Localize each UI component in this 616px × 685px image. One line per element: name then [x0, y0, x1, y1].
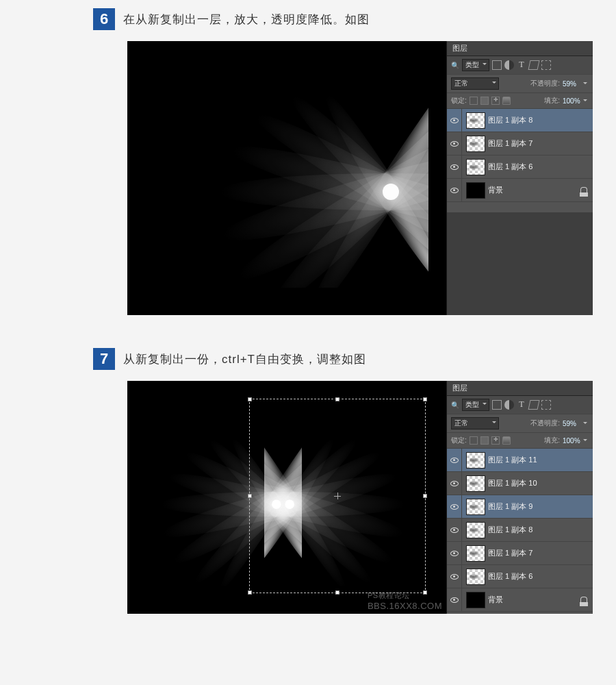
chevron-down-icon[interactable] — [583, 436, 589, 445]
filter-smart-icon[interactable] — [541, 60, 551, 70]
layer-thumbnail[interactable] — [466, 452, 485, 469]
layer-row[interactable]: 背景 — [447, 179, 593, 202]
layer-thumbnail[interactable] — [466, 569, 485, 585]
visibility-toggle[interactable] — [447, 179, 462, 201]
layer-thumbnail[interactable] — [466, 182, 485, 199]
layer-row[interactable]: 图层 1 副本 7 — [447, 542, 593, 565]
layer-row[interactable]: 图层 1 副本 7 — [447, 132, 593, 155]
layer-row[interactable]: 图层 1 副本 10 — [447, 472, 593, 495]
lock-all-icon[interactable] — [502, 97, 511, 105]
blend-opacity-row: 正常 不透明度: 59% — [447, 414, 593, 433]
lock-fill-row: 锁定: ✛ 填充: 100% — [447, 93, 593, 109]
lock-pixels-icon[interactable] — [480, 436, 489, 445]
layer-name-label[interactable]: 图层 1 副本 9 — [488, 501, 532, 512]
layer-name-label[interactable]: 图层 1 副本 6 — [488, 571, 532, 582]
layer-name-label[interactable]: 背景 — [488, 595, 503, 605]
visibility-toggle[interactable] — [447, 109, 462, 132]
layer-name-label[interactable]: 图层 1 副本 6 — [488, 162, 532, 172]
opacity-label: 不透明度: — [530, 419, 560, 428]
filter-type-select[interactable]: 类型 — [462, 59, 489, 71]
visibility-toggle[interactable] — [447, 132, 462, 155]
layers-panel: 图层 🔍 类型 T 正常 不透明度: 59% 锁定: ✛ — [446, 41, 593, 315]
visibility-toggle[interactable] — [447, 519, 462, 541]
canvas-area[interactable]: PS教程论坛 BBS.16XX8.COM — [127, 381, 446, 614]
lock-pixels-icon[interactable] — [480, 97, 489, 105]
layers-panel-tab[interactable]: 图层 — [447, 381, 593, 396]
filter-type-select[interactable]: 类型 — [462, 399, 489, 411]
blend-mode-select[interactable]: 正常 — [451, 77, 499, 90]
step-instruction-text: 在从新复制出一层，放大，透明度降低。如图 — [123, 12, 370, 27]
layer-thumbnail[interactable] — [466, 522, 485, 538]
step-header: 6 在从新复制出一层，放大，透明度降低。如图 — [0, 4, 616, 36]
layer-thumbnail[interactable] — [466, 475, 485, 492]
layer-name-label[interactable]: 图层 1 副本 8 — [488, 525, 532, 535]
layer-thumbnail[interactable] — [466, 136, 485, 152]
visibility-toggle[interactable] — [447, 542, 462, 564]
search-icon[interactable]: 🔍 — [451, 401, 459, 409]
search-icon[interactable]: 🔍 — [451, 62, 459, 69]
layer-thumbnail[interactable] — [466, 159, 485, 175]
chevron-down-icon[interactable] — [583, 419, 589, 427]
filter-smart-icon[interactable] — [541, 400, 551, 410]
filter-pixel-icon[interactable] — [492, 400, 502, 410]
eye-icon — [450, 188, 459, 193]
layer-name-label[interactable]: 背景 — [488, 185, 503, 195]
visibility-toggle[interactable] — [447, 472, 462, 495]
svg-point-29 — [285, 499, 294, 509]
filter-shape-icon[interactable] — [528, 400, 540, 410]
filter-adjust-icon[interactable] — [504, 60, 514, 70]
chevron-down-icon[interactable] — [583, 97, 589, 105]
eye-icon — [450, 551, 459, 556]
visibility-toggle[interactable] — [447, 495, 462, 518]
layers-panel-tab[interactable]: 图层 — [447, 41, 593, 56]
layer-row[interactable]: 背景 — [447, 588, 593, 612]
layer-name-label[interactable]: 图层 1 副本 10 — [488, 478, 537, 488]
layer-row[interactable]: 图层 1 副本 8 — [447, 109, 593, 132]
transform-handle[interactable] — [248, 590, 252, 595]
layer-thumbnail[interactable] — [466, 545, 485, 562]
fill-value[interactable]: 100% — [563, 437, 580, 445]
lock-transparency-icon[interactable] — [470, 97, 478, 105]
wing-artwork-left — [155, 75, 428, 288]
visibility-toggle[interactable] — [447, 449, 462, 471]
layer-name-label[interactable]: 图层 1 副本 7 — [488, 138, 532, 149]
chevron-down-icon[interactable] — [583, 79, 589, 88]
filter-shape-icon[interactable] — [528, 60, 540, 70]
lock-all-icon[interactable] — [502, 436, 511, 445]
visibility-toggle[interactable] — [447, 588, 462, 611]
step-number-badge: 7 — [93, 348, 115, 370]
transform-handle[interactable] — [423, 397, 427, 401]
visibility-toggle[interactable] — [447, 155, 462, 178]
transform-handle[interactable] — [335, 590, 339, 595]
layer-name-label[interactable]: 图层 1 副本 11 — [488, 455, 537, 465]
blend-mode-select[interactable]: 正常 — [451, 417, 499, 429]
filter-pixel-icon[interactable] — [492, 60, 502, 70]
layer-name-label[interactable]: 图层 1 副本 7 — [488, 548, 532, 558]
layer-row[interactable]: 图层 1 副本 6 — [447, 565, 593, 588]
layer-name-label[interactable]: 图层 1 副本 8 — [488, 115, 532, 125]
opacity-value[interactable]: 59% — [563, 80, 580, 88]
photoshop-screenshot: 图层 🔍 类型 T 正常 不透明度: 59% 锁定: ✛ — [127, 41, 593, 315]
eye-icon — [450, 118, 459, 123]
layer-row[interactable]: 图层 1 副本 6 — [447, 155, 593, 179]
lock-transparency-icon[interactable] — [470, 436, 478, 445]
eye-icon — [450, 481, 459, 486]
fill-value[interactable]: 100% — [563, 97, 580, 105]
transform-handle[interactable] — [248, 397, 252, 401]
layer-list: 图层 1 副本 8图层 1 副本 7图层 1 副本 6背景 — [447, 109, 593, 212]
canvas-area[interactable] — [127, 41, 446, 315]
layer-thumbnail[interactable] — [466, 112, 485, 129]
layer-row[interactable]: 图层 1 副本 8 — [447, 519, 593, 542]
opacity-label: 不透明度: — [530, 79, 560, 88]
eye-icon — [450, 574, 459, 580]
filter-type-icon[interactable]: T — [517, 60, 526, 70]
opacity-value[interactable]: 59% — [563, 420, 580, 427]
layer-thumbnail[interactable] — [466, 592, 485, 608]
transform-handle[interactable] — [335, 397, 339, 401]
layer-row[interactable]: 图层 1 副本 11 — [447, 449, 593, 472]
layer-row[interactable]: 图层 1 副本 9 — [447, 495, 593, 519]
visibility-toggle[interactable] — [447, 565, 462, 588]
filter-adjust-icon[interactable] — [504, 400, 514, 410]
filter-type-icon[interactable]: T — [517, 400, 526, 410]
layer-thumbnail[interactable] — [466, 499, 485, 515]
